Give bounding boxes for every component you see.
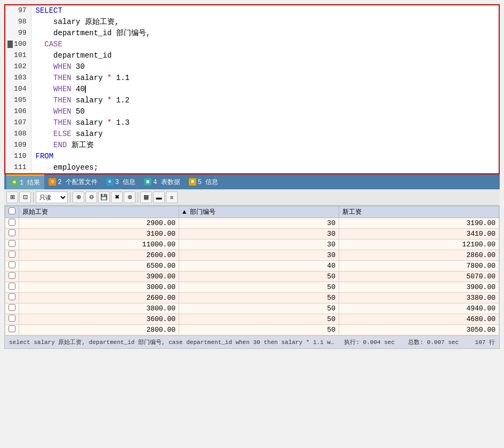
tab-icon-2: ⚙ <box>49 178 56 186</box>
column-btn[interactable]: ▬ <box>153 191 165 203</box>
row-checkbox-cell[interactable] <box>5 314 19 325</box>
col-header-0[interactable] <box>5 206 19 218</box>
save-btn[interactable]: 💾 <box>98 191 110 203</box>
line-number: 97 <box>5 5 31 17</box>
col-header-2[interactable]: ▲ 部门编号 <box>179 206 339 218</box>
results-toolbar: ⊞ ⊡ 只读 ⊕ ⊖ 💾 ✖ ⊗ ▦ ▬ ≡ <box>4 189 500 205</box>
code-line: 104 WHEN 40 <box>5 84 499 95</box>
grid-btn[interactable]: ⊞ <box>6 191 18 203</box>
line-content[interactable]: SELECT <box>31 5 499 17</box>
sep3 <box>138 192 138 203</box>
line-content[interactable]: ELSE salary <box>31 129 499 140</box>
row-checkbox-cell[interactable] <box>5 271 19 282</box>
col-header-1[interactable]: 原始工资 <box>19 206 179 218</box>
cell-salary: 3000.00 <box>19 282 179 293</box>
refresh-btn[interactable]: ⊗ <box>124 191 135 203</box>
row-checkbox[interactable] <box>9 261 15 268</box>
code-line: 105 THEN salary * 1.2 <box>5 95 499 106</box>
tab-3[interactable]: ●3 信息 <box>102 174 140 189</box>
tab-label-3: 3 信息 <box>115 178 135 187</box>
tab-icon-4: ▦ <box>144 178 151 186</box>
cell-dept: 50 <box>179 293 339 303</box>
line-number: 101 <box>5 50 31 61</box>
code-line: 97SELECT <box>5 5 499 17</box>
row-checkbox[interactable] <box>9 272 15 279</box>
line-content[interactable]: department_id 部门编号, <box>31 28 499 39</box>
row-checkbox[interactable] <box>9 240 15 247</box>
cell-dept: 30 <box>179 229 339 239</box>
cell-dept: 50 <box>179 325 339 335</box>
row-checkbox-cell[interactable] <box>5 261 19 271</box>
row-checkbox-cell[interactable] <box>5 282 19 293</box>
line-content[interactable]: WHEN 50 <box>31 106 499 117</box>
table-row: 2600.00503380.00 <box>5 293 499 303</box>
table-row: 3800.00504940.00 <box>5 303 499 314</box>
line-content[interactable]: CASE <box>31 39 499 50</box>
readonly-select[interactable]: 只读 <box>36 191 68 203</box>
grid2-btn[interactable]: ⊡ <box>19 191 31 203</box>
status-query: select salary 原始工资, department_id 部门编号, … <box>9 338 335 346</box>
line-content[interactable]: WHEN 30 <box>31 61 499 73</box>
delete-btn[interactable]: ✖ <box>111 191 123 203</box>
results-area: 原始工资▲ 部门编号新工资 2900.00303190.003100.00303… <box>4 205 500 336</box>
line-content[interactable]: THEN salary * 1.1 <box>31 73 499 84</box>
line-content[interactable]: THEN salary * 1.2 <box>31 95 499 106</box>
cell-new-salary: 3190.00 <box>339 218 499 229</box>
tab-label-4: 4 表数据 <box>153 178 180 187</box>
row-checkbox[interactable] <box>9 304 15 311</box>
line-number: 105 <box>5 95 31 106</box>
code-line: 107 THEN salary * 1.3 <box>5 117 499 129</box>
line-content[interactable]: END 新工资 <box>31 140 499 151</box>
code-table: 97SELECT98 salary 原始工资,99 department_id … <box>5 5 499 173</box>
cell-dept: 50 <box>179 314 339 325</box>
tab-icon-1: ■ <box>11 179 18 186</box>
row-checkbox-cell[interactable] <box>5 303 19 314</box>
table-row: 3100.00303410.00 <box>5 229 499 239</box>
line-content[interactable]: WHEN 40 <box>31 84 499 95</box>
row-checkbox-cell[interactable] <box>5 250 19 261</box>
table-row: 3000.00503900.00 <box>5 282 499 293</box>
code-editor[interactable]: 97SELECT98 salary 原始工资,99 department_id … <box>4 4 500 174</box>
cell-new-salary: 12100.00 <box>339 239 499 250</box>
code-line: 100 CASE <box>5 39 499 50</box>
row-checkbox[interactable] <box>9 251 15 258</box>
row-checkbox[interactable] <box>9 315 15 322</box>
row-checkbox[interactable] <box>9 219 15 226</box>
tab-1[interactable]: ■1 结果 <box>6 174 44 189</box>
table-row: 2600.00302860.00 <box>5 250 499 261</box>
cell-salary: 2600.00 <box>19 293 179 303</box>
code-line: 102 WHEN 30 <box>5 61 499 73</box>
paste-btn[interactable]: ⊖ <box>85 191 97 203</box>
row-checkbox-cell[interactable] <box>5 218 19 229</box>
row-checkbox[interactable] <box>9 293 15 300</box>
line-content[interactable]: department_id <box>31 50 499 61</box>
cell-salary: 11000.00 <box>19 239 179 250</box>
tab-icon-3: ● <box>106 178 114 186</box>
filter-btn[interactable]: ▦ <box>140 191 152 203</box>
line-content[interactable]: employees; <box>31 162 499 173</box>
tab-4[interactable]: ▦4 表数据 <box>140 174 184 189</box>
cell-new-salary: 7800.00 <box>339 261 499 271</box>
tab-2[interactable]: ⚙2 个配置文件 <box>44 174 101 189</box>
line-number: 107 <box>5 117 31 129</box>
row-checkbox[interactable] <box>9 325 15 332</box>
tab-label-2: 2 个配置文件 <box>58 178 97 187</box>
tab-5[interactable]: ■5 信息 <box>185 174 222 189</box>
line-number: 108 <box>5 129 31 140</box>
line-content[interactable]: THEN salary * 1.3 <box>31 117 499 129</box>
wrap-btn[interactable]: ≡ <box>166 191 178 203</box>
tab-bar: ■1 结果⚙2 个配置文件●3 信息▦4 表数据■5 信息 <box>4 174 500 189</box>
row-checkbox[interactable] <box>9 283 15 290</box>
col-header-3[interactable]: 新工资 <box>339 206 499 218</box>
table-row: 11000.003012100.00 <box>5 239 499 250</box>
copy-btn[interactable]: ⊕ <box>73 191 84 203</box>
line-content[interactable]: salary 原始工资, <box>31 17 499 28</box>
select-all-checkbox[interactable] <box>9 207 15 214</box>
row-checkbox-cell[interactable] <box>5 293 19 303</box>
row-checkbox[interactable] <box>9 229 15 236</box>
line-content[interactable]: FROM <box>31 151 499 162</box>
row-checkbox-cell[interactable] <box>5 325 19 335</box>
cell-dept: 30 <box>179 250 339 261</box>
row-checkbox-cell[interactable] <box>5 229 19 239</box>
row-checkbox-cell[interactable] <box>5 239 19 250</box>
